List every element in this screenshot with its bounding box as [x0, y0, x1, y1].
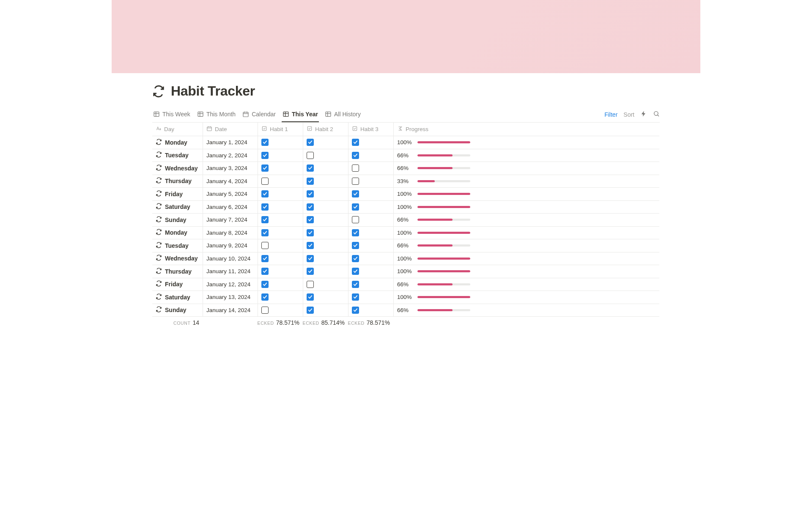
- checkbox[interactable]: [307, 178, 314, 185]
- day-cell[interactable]: Wednesday: [152, 162, 203, 175]
- habit2-cell[interactable]: [303, 188, 348, 201]
- checkbox[interactable]: [352, 152, 359, 159]
- day-cell[interactable]: Friday: [152, 188, 203, 201]
- habit2-cell[interactable]: [303, 291, 348, 304]
- checkbox[interactable]: [307, 216, 314, 223]
- habit2-cell[interactable]: [303, 201, 348, 214]
- checkbox[interactable]: [261, 281, 269, 288]
- checkbox[interactable]: [352, 268, 359, 275]
- day-cell[interactable]: Tuesday: [152, 149, 203, 162]
- habit1-cell[interactable]: [258, 188, 303, 201]
- checkbox[interactable]: [307, 152, 314, 159]
- checkbox[interactable]: [352, 242, 359, 249]
- habit3-cell[interactable]: [348, 175, 394, 188]
- tab-this-month[interactable]: This Month: [196, 107, 236, 122]
- day-cell[interactable]: Sunday: [152, 214, 203, 227]
- column-header-progress[interactable]: Progress: [394, 123, 659, 136]
- checkbox[interactable]: [352, 178, 359, 185]
- habit3-cell[interactable]: [348, 214, 394, 227]
- day-cell[interactable]: Wednesday: [152, 252, 203, 266]
- habit1-cell[interactable]: [258, 227, 303, 240]
- habit1-cell[interactable]: [258, 278, 303, 291]
- habit1-cell[interactable]: [258, 252, 303, 266]
- checkbox[interactable]: [352, 164, 359, 172]
- checkbox[interactable]: [352, 281, 359, 288]
- date-cell[interactable]: January 2, 2024: [203, 149, 258, 162]
- checkbox[interactable]: [261, 139, 269, 146]
- date-cell[interactable]: January 1, 2024: [203, 136, 258, 149]
- column-header-habit2[interactable]: Habit 2: [303, 123, 348, 136]
- day-cell[interactable]: Tuesday: [152, 239, 203, 252]
- day-cell[interactable]: Monday: [152, 227, 203, 240]
- checkbox[interactable]: [352, 190, 359, 197]
- checkbox[interactable]: [307, 307, 314, 314]
- checkbox[interactable]: [261, 190, 269, 197]
- habit3-cell[interactable]: [348, 162, 394, 175]
- habit3-cell[interactable]: [348, 239, 394, 252]
- habit2-cell[interactable]: [303, 304, 348, 317]
- habit3-cell[interactable]: [348, 188, 394, 201]
- habit2-cell[interactable]: [303, 252, 348, 266]
- checkbox[interactable]: [261, 216, 269, 223]
- habit2-cell[interactable]: [303, 136, 348, 149]
- checkbox[interactable]: [261, 255, 269, 262]
- checkbox[interactable]: [261, 203, 269, 211]
- tab-this-year[interactable]: This Year: [282, 107, 319, 122]
- checkbox[interactable]: [352, 229, 359, 236]
- checkbox[interactable]: [352, 203, 359, 211]
- column-header-habit3[interactable]: Habit 3: [348, 123, 394, 136]
- checkbox[interactable]: [307, 293, 314, 301]
- date-cell[interactable]: January 6, 2024: [203, 201, 258, 214]
- date-cell[interactable]: January 11, 2024: [203, 265, 258, 278]
- checkbox[interactable]: [307, 164, 314, 172]
- date-cell[interactable]: January 14, 2024: [203, 304, 258, 317]
- tab-this-week[interactable]: This Week: [152, 107, 191, 122]
- filter-button[interactable]: Filter: [604, 111, 617, 118]
- checkbox[interactable]: [261, 152, 269, 159]
- checkbox[interactable]: [261, 307, 269, 314]
- date-cell[interactable]: January 5, 2024: [203, 188, 258, 201]
- day-cell[interactable]: Thursday: [152, 265, 203, 278]
- habit1-cell[interactable]: [258, 201, 303, 214]
- checkbox[interactable]: [307, 190, 314, 197]
- page-title[interactable]: Habit Tracker: [171, 83, 255, 99]
- date-cell[interactable]: January 13, 2024: [203, 291, 258, 304]
- habit2-cell[interactable]: [303, 149, 348, 162]
- habit1-cell[interactable]: [258, 239, 303, 252]
- habit2-cell[interactable]: [303, 265, 348, 278]
- date-cell[interactable]: January 10, 2024: [203, 252, 258, 266]
- habit1-cell[interactable]: [258, 149, 303, 162]
- habit1-cell[interactable]: [258, 175, 303, 188]
- habit1-cell[interactable]: [258, 291, 303, 304]
- column-header-date[interactable]: Date: [203, 123, 258, 136]
- checkbox[interactable]: [307, 255, 314, 262]
- date-cell[interactable]: January 8, 2024: [203, 227, 258, 240]
- checkbox[interactable]: [307, 229, 314, 236]
- habit3-cell[interactable]: [348, 136, 394, 149]
- checkbox[interactable]: [261, 242, 269, 249]
- date-cell[interactable]: January 3, 2024: [203, 162, 258, 175]
- checkbox[interactable]: [261, 178, 269, 185]
- checkbox[interactable]: [352, 293, 359, 301]
- column-header-day[interactable]: Day: [152, 123, 203, 136]
- habit2-cell[interactable]: [303, 227, 348, 240]
- habit1-cell[interactable]: [258, 162, 303, 175]
- habit2-cell[interactable]: [303, 214, 348, 227]
- checkbox[interactable]: [352, 216, 359, 223]
- habit3-cell[interactable]: [348, 265, 394, 278]
- habit3-cell[interactable]: [348, 304, 394, 317]
- date-cell[interactable]: January 4, 2024: [203, 175, 258, 188]
- checkbox[interactable]: [261, 293, 269, 301]
- date-cell[interactable]: January 12, 2024: [203, 278, 258, 291]
- checkbox[interactable]: [307, 242, 314, 249]
- day-cell[interactable]: Monday: [152, 136, 203, 149]
- habit2-cell[interactable]: [303, 278, 348, 291]
- day-cell[interactable]: Thursday: [152, 175, 203, 188]
- habit3-cell[interactable]: [348, 201, 394, 214]
- habit1-cell[interactable]: [258, 304, 303, 317]
- date-cell[interactable]: January 9, 2024: [203, 239, 258, 252]
- checkbox[interactable]: [307, 268, 314, 275]
- checkbox[interactable]: [307, 281, 314, 288]
- checkbox[interactable]: [307, 139, 314, 146]
- checkbox[interactable]: [307, 203, 314, 211]
